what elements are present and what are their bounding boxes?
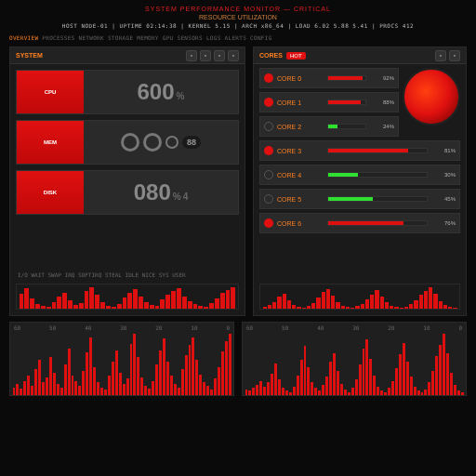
waveform-bar (322, 385, 324, 395)
header-status-line: HOST NODE-01 | UPTIME 02:14:38 | KERNEL … (0, 22, 476, 33)
core-row-5[interactable]: CORE 545% (259, 189, 460, 209)
waveform-bar (89, 287, 94, 309)
tab-config[interactable]: CONFIG (250, 34, 271, 41)
waveform-bar (16, 384, 19, 395)
core-bar (327, 148, 428, 153)
disk-sub: 4 (183, 192, 189, 202)
waveform-bar (435, 356, 438, 395)
tick-label: 30 (120, 324, 126, 331)
list-icon[interactable]: ▪ (200, 50, 211, 61)
waveform-bar (245, 390, 248, 395)
waveform-bar (433, 294, 437, 309)
core-row-6[interactable]: CORE 676% (259, 213, 460, 233)
core-row-4[interactable]: CORE 430% (259, 165, 460, 185)
core-row-0[interactable]: CORE 092% (259, 68, 399, 88)
waveform-bar (159, 350, 162, 395)
waveform-bar (68, 349, 71, 395)
waveform-bar (322, 292, 325, 309)
waveform-bar (448, 307, 452, 309)
metric-row-mem[interactable]: MEM 88 (16, 120, 239, 165)
tab-logs[interactable]: LOGS (206, 34, 221, 41)
waveform-bar (263, 307, 267, 309)
waveform-bar (20, 294, 24, 309)
waveform-bar (133, 334, 136, 395)
waveform-bar (406, 362, 409, 395)
core-value: 76% (431, 220, 456, 226)
core-value: 81% (431, 148, 456, 153)
waveform-bar (311, 303, 315, 309)
grid-icon[interactable]: ▪ (186, 50, 197, 61)
waveform-bar (302, 308, 306, 309)
core-label: CORE 4 (277, 172, 324, 178)
pause-icon[interactable]: ▪ (214, 50, 225, 61)
tab-alerts[interactable]: ALERTS (225, 34, 246, 41)
core-row-1[interactable]: CORE 188% (259, 92, 399, 112)
waveform-bar (400, 308, 403, 309)
pin-icon[interactable]: ▪ (435, 50, 446, 61)
cpu-digits: 600 (138, 79, 175, 105)
cpu-unit: % (177, 91, 185, 101)
waveform-bar (391, 381, 394, 395)
tab-gpu[interactable]: GPU (163, 34, 174, 41)
left-footer: I/O WAIT SWAP IRQ SOFTIRQ STEAL IDLE NIC… (18, 271, 237, 278)
tick-label: 0 (226, 324, 230, 331)
expand-icon[interactable]: ▪ (449, 50, 460, 61)
waveform-bar (314, 388, 317, 395)
tick-label: 20 (388, 324, 394, 331)
tab-network[interactable]: NETWORK (79, 34, 104, 41)
core-row-2[interactable]: CORE 224% (259, 116, 399, 137)
waveform-bar (287, 300, 291, 309)
core-row-3[interactable]: CORE 381% (259, 140, 460, 161)
waveform-bar (325, 377, 328, 395)
waveform-bar (333, 353, 336, 395)
waveform-bar (220, 293, 225, 309)
waveform-bar (365, 339, 368, 395)
waveform-bar (221, 351, 224, 395)
core-bar (327, 75, 366, 81)
waveform-bar (215, 298, 219, 309)
waveform-bar (73, 305, 78, 309)
settings-icon[interactable]: ▪ (228, 50, 239, 61)
tick-label: 40 (317, 324, 324, 331)
waveform-bar (450, 373, 453, 395)
core-bar (327, 172, 428, 178)
waveform-bar (100, 388, 103, 395)
waveform-bar (263, 387, 266, 395)
tab-sensors[interactable]: SENSORS (178, 34, 203, 41)
waveform-bar (198, 306, 203, 309)
temperature-gauge[interactable] (403, 68, 460, 126)
waveform-bar (152, 381, 154, 395)
waveform-bar (24, 288, 29, 309)
waveform-bar (13, 388, 16, 395)
cpu-history-chart[interactable]: 6050403020100 (9, 322, 234, 396)
status-dot (264, 122, 273, 131)
system-panel-header: SYSTEM ▪▪▪▪ (10, 47, 245, 64)
waveform-bar (31, 386, 33, 395)
metric-block-disk: DISK (17, 171, 84, 214)
waveform-bar (443, 334, 445, 395)
waveform-bar (27, 376, 30, 395)
core-label: CORE 1 (277, 99, 324, 106)
core-value: 88% (370, 99, 394, 105)
system-panel-title: SYSTEM (16, 52, 43, 59)
core-bar (327, 124, 366, 129)
waveform-bar (97, 382, 99, 395)
cores-panel: CORES HOT ▪▪ CORE 092%CORE 188%CORE 224%… (253, 46, 467, 316)
status-dot (264, 170, 273, 179)
waveform-bar (95, 295, 99, 309)
metric-row-cpu[interactable]: CPU 600 % (16, 70, 239, 114)
metric-row-disk[interactable]: DISK 080 % 4 (16, 170, 239, 215)
waveform-bar (340, 384, 343, 395)
chart-ticks: 6050403020100 (14, 324, 230, 331)
waveform-bar (178, 388, 180, 395)
tab-storage[interactable]: STORAGE (108, 34, 133, 41)
waveform-bar (112, 362, 114, 395)
waveform-bar (380, 390, 383, 395)
tab-overview[interactable]: OVERVIEW (9, 34, 38, 41)
network-history-chart[interactable]: 6050403020100 (242, 322, 467, 396)
tab-processes[interactable]: PROCESSES (42, 34, 74, 41)
waveform-bar (20, 389, 22, 395)
waveform-bar (115, 350, 118, 395)
tab-memory[interactable]: MEMORY (137, 34, 158, 41)
waveform-bar (318, 390, 321, 395)
